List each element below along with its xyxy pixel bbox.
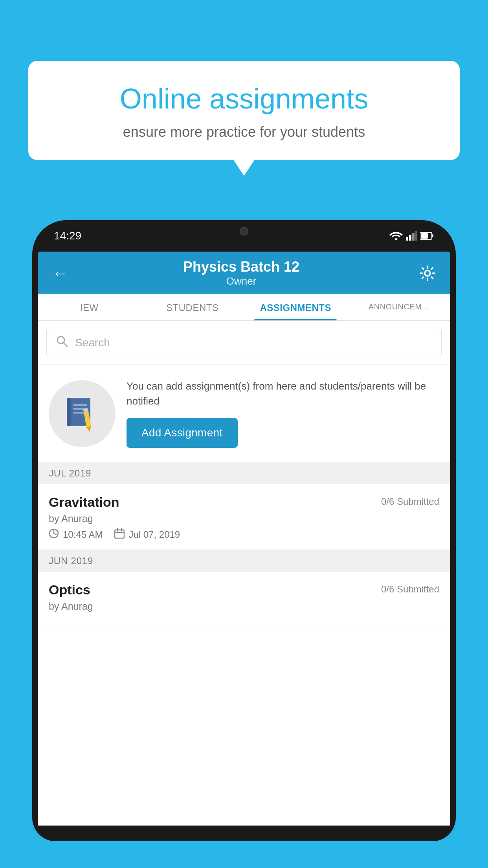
month-header-jul: JUL 2019 xyxy=(38,462,450,484)
svg-rect-6 xyxy=(421,233,428,239)
info-text: You can add assignment(s) from here and … xyxy=(127,379,439,408)
search-container: Search xyxy=(38,321,450,365)
phone-container: 14:29 xyxy=(32,220,456,868)
speech-bubble: Online assignments ensure more practice … xyxy=(28,61,460,160)
svg-rect-2 xyxy=(412,233,415,241)
info-right: You can add assignment(s) from here and … xyxy=(127,379,439,448)
header-center: Physics Batch 12 Owner xyxy=(68,259,414,287)
svg-rect-21 xyxy=(115,530,124,538)
assignment-meta: 10:45 AM Jul 07, 2019 xyxy=(49,528,439,541)
battery-icon xyxy=(420,232,434,240)
clock-icon xyxy=(49,528,59,541)
add-assignment-button[interactable]: Add Assignment xyxy=(127,418,238,448)
tab-announcements[interactable]: ANNOUNCEM... xyxy=(347,294,451,320)
svg-rect-5 xyxy=(432,234,433,237)
optics-by: by Anurag xyxy=(49,601,439,612)
search-icon xyxy=(56,335,68,350)
search-bar[interactable]: Search xyxy=(46,328,442,357)
settings-button[interactable] xyxy=(414,265,436,282)
assignment-top: Gravitation 0/6 Submitted xyxy=(49,495,439,510)
notch xyxy=(213,220,275,242)
svg-line-9 xyxy=(64,343,67,346)
optics-name: Optics xyxy=(49,582,90,598)
svg-rect-0 xyxy=(406,237,408,241)
calendar-svg xyxy=(114,528,125,539)
assignment-submitted: 0/6 Submitted xyxy=(381,496,439,507)
assignment-by: by Anurag xyxy=(49,513,439,524)
svg-point-7 xyxy=(425,270,430,276)
app-header: ← Physics Batch 12 Owner xyxy=(38,252,450,294)
optics-top: Optics 0/6 Submitted xyxy=(49,582,439,598)
search-placeholder: Search xyxy=(75,337,110,349)
optics-submitted: 0/6 Submitted xyxy=(381,584,439,595)
assignment-date: Jul 07, 2019 xyxy=(114,528,180,541)
assignment-time-value: 10:45 AM xyxy=(63,529,103,540)
phone-screen: ← Physics Batch 12 Owner IEW STUDENTS AS… xyxy=(38,252,450,826)
info-section: You can add assignment(s) from here and … xyxy=(38,365,450,462)
notebook-icon-circle xyxy=(49,380,116,447)
month-header-jun: JUN 2019 xyxy=(38,550,450,572)
wifi-icon xyxy=(389,231,403,241)
svg-rect-12 xyxy=(73,404,87,406)
phone-frame: 14:29 xyxy=(32,220,456,841)
clock-svg xyxy=(49,528,59,539)
notch-camera xyxy=(240,227,248,235)
status-time: 14:29 xyxy=(54,230,81,242)
tab-bar: IEW STUDENTS ASSIGNMENTS ANNOUNCEM... xyxy=(38,294,450,321)
svg-rect-3 xyxy=(415,231,417,241)
assignment-item-optics[interactable]: Optics 0/6 Submitted by Anurag xyxy=(38,572,450,625)
gear-icon xyxy=(419,265,436,282)
calendar-icon xyxy=(114,528,125,541)
assignment-name: Gravitation xyxy=(49,495,119,510)
speech-bubble-container: Online assignments ensure more practice … xyxy=(28,61,460,160)
assignment-item-gravitation[interactable]: Gravitation 0/6 Submitted by Anurag xyxy=(38,484,450,550)
bubble-title: Online assignments xyxy=(52,83,436,115)
svg-rect-1 xyxy=(409,235,411,241)
header-subtitle: Owner xyxy=(68,275,414,287)
notebook-icon xyxy=(64,395,101,432)
svg-line-20 xyxy=(54,533,56,535)
signal-icon xyxy=(406,231,417,241)
signal-icons xyxy=(389,231,434,241)
assignment-time: 10:45 AM xyxy=(49,528,103,541)
status-bar: 14:29 xyxy=(32,220,456,252)
svg-marker-16 xyxy=(86,427,92,432)
back-button[interactable]: ← xyxy=(52,265,68,281)
assignment-date-value: Jul 07, 2019 xyxy=(128,529,180,540)
tab-students[interactable]: STUDENTS xyxy=(141,294,244,320)
bubble-subtitle: ensure more practice for your students xyxy=(52,124,436,140)
magnifier-icon xyxy=(56,335,68,347)
tab-iew[interactable]: IEW xyxy=(38,294,141,320)
svg-rect-11 xyxy=(67,398,71,426)
tab-assignments[interactable]: ASSIGNMENTS xyxy=(244,294,347,320)
header-title: Physics Batch 12 xyxy=(68,259,414,275)
